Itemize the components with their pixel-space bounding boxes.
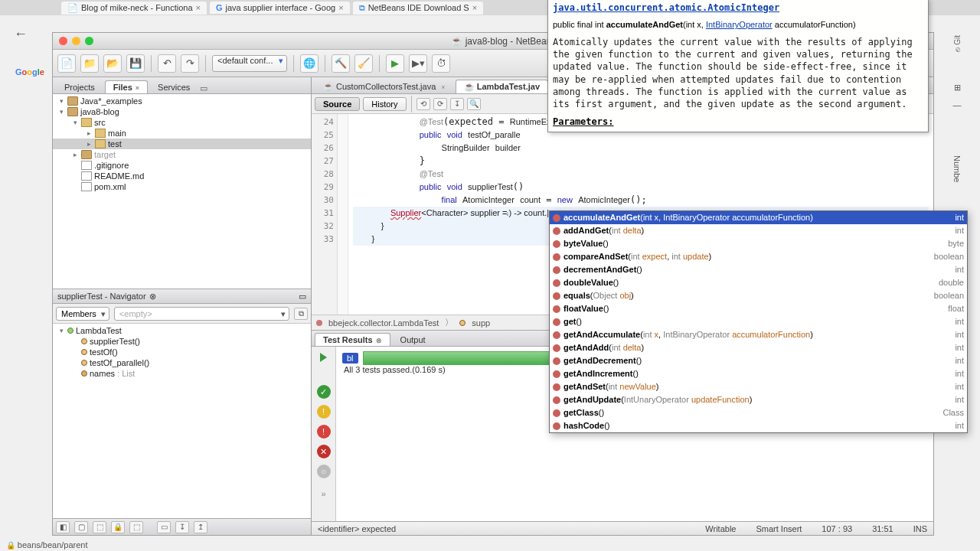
undo-icon[interactable]: ↶ xyxy=(158,54,176,73)
tree-node[interactable]: ▾Java*_examples xyxy=(53,96,311,106)
history-button[interactable]: History xyxy=(363,97,406,111)
filter-icon[interactable]: ⧉ xyxy=(294,308,308,320)
autocomplete-item[interactable]: equals(Object obj)boolean xyxy=(550,289,967,302)
new-project-icon[interactable]: 📁 xyxy=(80,54,99,73)
fail-badge[interactable]: ✕ xyxy=(317,445,331,458)
navigator-item[interactable]: supplierTest() xyxy=(53,336,311,347)
tree-node[interactable]: ▸main xyxy=(53,128,311,139)
panel-menu-icon[interactable]: ▭ xyxy=(200,83,212,93)
side-label[interactable]: Numbe xyxy=(952,155,962,182)
autocomplete-item[interactable]: getAndDecrement()int xyxy=(550,354,967,367)
skip-badge[interactable]: ○ xyxy=(317,465,331,478)
browser-tab[interactable]: 📄Blog of mike-neck - Functiona× xyxy=(61,2,207,15)
expand-icon[interactable]: » xyxy=(321,489,325,498)
autocomplete-item[interactable]: getAndIncrement()int xyxy=(550,367,967,380)
navigator-item[interactable]: names : List xyxy=(53,368,311,379)
close-icon[interactable]: × xyxy=(136,84,139,92)
tree-node[interactable]: ▾java8-blog xyxy=(53,106,311,117)
tree-node[interactable]: ▸target xyxy=(53,149,311,160)
run-config-select[interactable]: <default conf... xyxy=(212,55,287,72)
autocomplete-item[interactable]: getAndAccumulate(int x, IntBinaryOperato… xyxy=(550,328,967,341)
open-icon[interactable]: 📂 xyxy=(103,54,122,73)
autocomplete-item[interactable]: getAndUpdate(IntUnaryOperator updateFunc… xyxy=(550,393,967,406)
editor-tab[interactable]: ☕ LambdaTest.jav xyxy=(456,80,548,93)
tree-node[interactable]: ▾src xyxy=(53,117,311,128)
navigator-tree[interactable]: ▾LambdaTestsupplierTest()testOf()testOf_… xyxy=(53,324,311,518)
editor-tab[interactable]: ☕ CustomCollectorsTest.java × xyxy=(315,80,454,93)
profile-icon[interactable]: ⏱ xyxy=(432,54,450,73)
save-all-icon[interactable]: 💾 xyxy=(126,54,145,73)
nav-btn[interactable]: ▭ xyxy=(157,521,171,533)
autocomplete-item[interactable]: getClass()Class xyxy=(550,406,967,419)
nav-btn[interactable]: ⬚ xyxy=(129,521,143,533)
autocomplete-item[interactable]: decrementAndGet()int xyxy=(550,263,967,276)
nav-btn[interactable]: ↧ xyxy=(175,521,189,533)
tab-services[interactable]: Services xyxy=(149,80,198,93)
browser-tab[interactable]: Gjava supplier interface - Goog× xyxy=(210,2,350,14)
tab-test-results[interactable]: Test Results⊗ xyxy=(315,333,390,346)
nav-btn[interactable]: ↥ xyxy=(194,521,207,533)
navigator-item[interactable]: testOf_parallel() xyxy=(53,357,311,368)
close-icon[interactable]: × xyxy=(338,3,343,12)
autocomplete-item[interactable]: doubleValue()double xyxy=(550,276,967,289)
new-file-icon[interactable]: 📄 xyxy=(57,54,76,73)
autocomplete-item[interactable]: get()int xyxy=(550,315,967,328)
navigator-item[interactable]: ▾LambdaTest xyxy=(53,325,311,336)
tree-node[interactable]: README.md xyxy=(53,171,311,181)
minimize-traffic-light[interactable] xyxy=(72,37,80,45)
close-icon[interactable]: × xyxy=(472,3,477,12)
nav-btn[interactable]: ◧ xyxy=(56,521,70,533)
autocomplete-item[interactable]: hashCode()int xyxy=(550,419,967,432)
browser-tab[interactable]: ⧉NetBeans IDE Download S× xyxy=(353,2,484,15)
close-icon[interactable]: × xyxy=(441,83,445,91)
nav-btn[interactable]: 🔒 xyxy=(111,521,125,533)
tree-node[interactable]: pom.xml xyxy=(53,181,311,192)
editor-tb-icon[interactable]: 🔍 xyxy=(467,98,481,110)
autocomplete-item[interactable]: getAndSet(int newValue)int xyxy=(550,380,967,393)
redo-icon[interactable]: ↷ xyxy=(181,54,199,73)
members-select[interactable]: Members xyxy=(56,307,109,321)
close-icon[interactable]: × xyxy=(196,3,201,12)
tab-output[interactable]: Output xyxy=(392,333,434,346)
autocomplete-item[interactable]: getAndAdd(int delta)int xyxy=(550,341,967,354)
autocomplete-item[interactable]: accumulateAndGet(int x, IntBinaryOperato… xyxy=(550,211,967,224)
autocomplete-item[interactable]: floatValue()float xyxy=(550,302,967,315)
zoom-traffic-light[interactable] xyxy=(85,37,93,45)
clean-build-icon[interactable]: 🧹 xyxy=(354,54,373,73)
debug-icon[interactable]: ▶▾ xyxy=(409,54,427,73)
autocomplete-item[interactable]: addAndGet(int delta)int xyxy=(550,224,967,237)
file-tree[interactable]: ▾Java*_examples▾java8-blog▾src▸main▸test… xyxy=(53,94,311,289)
ok-badge[interactable]: ✓ xyxy=(317,385,331,399)
fold-gutter[interactable] xyxy=(338,114,348,315)
git-label[interactable]: ⎋ Git xyxy=(953,35,962,52)
back-arrow-icon[interactable]: ← xyxy=(14,26,28,42)
javadoc-class[interactable]: java.util.concurrent.atomic.AtomicIntege… xyxy=(553,2,923,13)
build-icon[interactable]: 🔨 xyxy=(332,54,350,73)
close-traffic-light[interactable] xyxy=(59,37,67,45)
editor-tb-icon[interactable]: ⟳ xyxy=(433,98,447,110)
error-badge[interactable]: ! xyxy=(317,425,331,439)
tab-files[interactable]: Files× xyxy=(105,80,148,93)
autocomplete-item[interactable]: compareAndSet(int expect, int update)boo… xyxy=(550,250,967,263)
autocomplete-popup[interactable]: accumulateAndGet(int x, IntBinaryOperato… xyxy=(549,210,968,433)
globe-icon[interactable]: 🌐 xyxy=(300,54,318,73)
nav-btn[interactable]: ▢ xyxy=(74,521,88,533)
minimize-icon[interactable]: — xyxy=(953,100,962,109)
close-icon[interactable]: ⊗ xyxy=(149,292,156,302)
close-icon[interactable]: ⊗ xyxy=(376,337,382,344)
panel-menu-icon[interactable]: ▭ xyxy=(299,292,306,302)
nav-btn[interactable]: ⬚ xyxy=(93,521,106,533)
warn-badge[interactable]: ! xyxy=(317,405,331,419)
source-button[interactable]: Source xyxy=(315,97,360,111)
run-icon[interactable]: ▶ xyxy=(386,54,404,73)
tree-node[interactable]: .gitignore xyxy=(53,160,311,171)
autocomplete-item[interactable]: byteValue()byte xyxy=(550,237,967,250)
navigator-item[interactable]: testOf() xyxy=(53,347,311,357)
editor-tb-icon[interactable]: ↧ xyxy=(450,98,464,110)
filter-select[interactable]: <empty> xyxy=(114,307,289,321)
tab-projects[interactable]: Projects xyxy=(56,80,103,93)
maximize-icon[interactable]: ⊞ xyxy=(954,83,961,93)
rerun-icon[interactable] xyxy=(320,353,327,362)
editor-tb-icon[interactable]: ⟲ xyxy=(416,98,430,110)
tree-node[interactable]: ▸test xyxy=(53,139,311,149)
